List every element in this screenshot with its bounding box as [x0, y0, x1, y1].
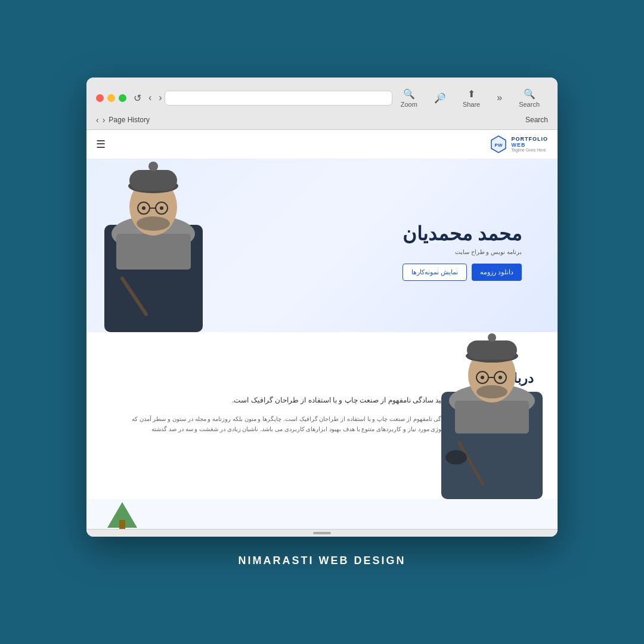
- bottom-nav-indicator: [313, 532, 331, 534]
- plant-decoration: [98, 499, 146, 529]
- browser-window: ↺ ‹ › www.reallygreatsite.com... 🔍 Zoom …: [86, 78, 558, 537]
- footer-title: NIMARASTI WEB DESIGN: [238, 555, 405, 567]
- about-section: درباره من لورم ایپسوم متن ساختگی با تولی…: [86, 332, 558, 499]
- zoom-button[interactable]: 🔍 Zoom: [392, 85, 426, 112]
- svg-rect-7: [129, 170, 177, 191]
- svg-rect-4: [116, 234, 191, 270]
- svg-rect-32: [119, 520, 125, 529]
- chevron-left-icon: ‹: [96, 115, 99, 125]
- share-button[interactable]: ⬆ Share: [454, 85, 488, 112]
- toolbar-right-group: 🔍 Zoom 🔎 ⬆ Share » 🔍 Search: [392, 85, 548, 112]
- search-toolbar-icon: 🔍: [524, 88, 535, 100]
- hamburger-icon[interactable]: ☰: [96, 138, 106, 151]
- traffic-light-green[interactable]: [119, 94, 126, 102]
- back-button[interactable]: ‹: [146, 91, 154, 105]
- logo-icon: PW: [489, 135, 508, 154]
- zoom-out-icon: 🔎: [434, 92, 446, 104]
- browser-chrome: ↺ ‹ › www.reallygreatsite.com... 🔍 Zoom …: [86, 78, 558, 130]
- search-toolbar-label: Search: [519, 101, 540, 108]
- search-toolbar-button[interactable]: 🔍 Search: [510, 85, 548, 112]
- hero-name: محمد محمدیان: [402, 222, 522, 245]
- svg-point-28: [476, 385, 507, 398]
- more-icon: »: [497, 92, 502, 103]
- svg-point-13: [160, 206, 163, 210]
- hero-buttons: دانلود رزومه نمایش نمونه‌کارها: [402, 264, 522, 281]
- svg-point-14: [137, 216, 170, 231]
- svg-point-30: [445, 450, 467, 465]
- svg-point-22: [488, 333, 496, 342]
- zoom-icon: 🔍: [403, 88, 415, 100]
- download-resume-button[interactable]: دانلود رزومه: [472, 264, 522, 281]
- bottom-nav-bar: [86, 529, 558, 537]
- nav-buttons: ↺ ‹ ›: [131, 91, 165, 105]
- address-bar[interactable]: www.reallygreatsite.com...: [165, 91, 392, 106]
- about-person-svg: [426, 332, 558, 499]
- about-person-image: [426, 332, 558, 499]
- hero-text-block: محمد محمدیان برنامه نویس و طراح سایت دان…: [402, 222, 522, 281]
- site-logo: PW PORTFOLIO WEB Tagline Goes Here: [489, 135, 549, 154]
- page-history-group: ‹ › Page History: [96, 115, 150, 125]
- search-group: Search: [525, 116, 548, 124]
- svg-point-8: [148, 162, 158, 171]
- site-content: ☰ PW PORTFOLIO WEB Tagline Goes Here: [86, 130, 558, 529]
- zoom-out-button[interactable]: 🔎: [426, 89, 454, 107]
- svg-point-26: [481, 376, 484, 379]
- forward-button[interactable]: ›: [156, 91, 164, 105]
- hero-person-image: [86, 159, 221, 332]
- logo-text-block: PORTFOLIO WEB Tagline Goes Here: [512, 136, 549, 152]
- browser-toolbar-row: ↺ ‹ › www.reallygreatsite.com... 🔍 Zoom …: [96, 85, 548, 112]
- logo-portfolio-text: PORTFOLIO: [512, 136, 549, 142]
- hero-person-svg: [86, 159, 221, 332]
- page-footer: NIMARASTI WEB DESIGN: [238, 555, 405, 567]
- search-label: Search: [525, 116, 548, 124]
- share-label: Share: [463, 101, 480, 108]
- portfolio-button[interactable]: نمایش نمونه‌کارها: [402, 264, 467, 281]
- svg-rect-18: [455, 401, 529, 434]
- logo-web-text: WEB: [512, 142, 549, 148]
- bottom-strip: [86, 499, 558, 529]
- toolbar-left-group: ↺ ‹ ›: [96, 91, 165, 105]
- svg-text:PW: PW: [494, 143, 502, 148]
- logo-tagline-text: Tagline Goes Here: [512, 148, 549, 152]
- browser-subtoolbar: ‹ › Page History Search: [96, 115, 548, 129]
- more-button[interactable]: »: [488, 89, 510, 107]
- svg-point-27: [499, 376, 502, 379]
- hero-section: محمد محمدیان برنامه نویس و طراح سایت دان…: [86, 159, 558, 332]
- zoom-label: Zoom: [401, 101, 417, 108]
- site-nav: ☰ PW PORTFOLIO WEB Tagline Goes Here: [86, 130, 558, 159]
- traffic-light-red[interactable]: [96, 94, 104, 102]
- reload-button[interactable]: ↺: [131, 91, 144, 105]
- svg-point-12: [142, 206, 145, 210]
- chevron-right-icon: ›: [103, 115, 106, 125]
- hero-subtitle: برنامه نویس و طراح سایت: [402, 249, 522, 255]
- traffic-lights: [96, 94, 126, 102]
- traffic-light-yellow[interactable]: [107, 94, 115, 102]
- svg-rect-21: [467, 340, 517, 360]
- page-history-label: Page History: [109, 116, 150, 124]
- share-icon: ⬆: [467, 88, 475, 100]
